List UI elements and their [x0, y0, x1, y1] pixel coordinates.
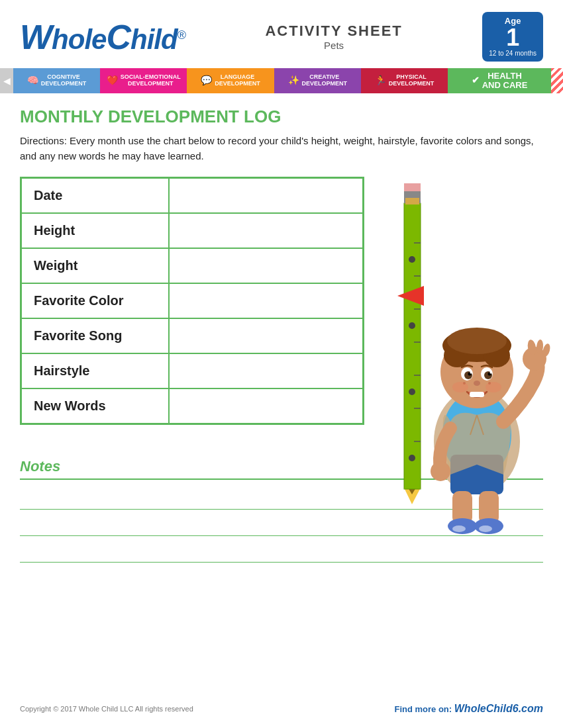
category-physical: 🏃 PHYSICALDEVELOPMENT [361, 68, 448, 93]
physical-icon: 🏃 [375, 75, 386, 85]
svg-point-40 [447, 328, 507, 354]
age-number: 1 [489, 26, 537, 50]
svg-point-48 [490, 372, 492, 374]
svg-point-54 [488, 382, 491, 385]
row-label-2: Weight [21, 248, 169, 283]
svg-rect-16 [404, 183, 421, 191]
svg-point-53 [463, 382, 466, 385]
svg-point-27 [479, 525, 492, 532]
row-value-5[interactable] [169, 353, 364, 388]
row-value-6[interactable] [169, 388, 364, 424]
pencil-ruler-icon [391, 163, 434, 508]
table-area: Date Height Weight Favorite Color Favori… [20, 177, 543, 425]
row-label-4: Favorite Song [21, 318, 169, 353]
age-badge: Age 1 12 to 24 months [482, 12, 543, 62]
svg-point-14 [409, 455, 415, 461]
subtitle-label: Pets [199, 40, 469, 51]
find-more-text: Find more on: WholeChild6.com [394, 703, 543, 715]
activity-sheet-label: ACTIVITY SHEET [199, 23, 469, 40]
header: WholeChild® ACTIVITY SHEET Pets Age 1 12… [0, 0, 563, 68]
directions-text: Directions: Every month use the chart be… [20, 134, 543, 163]
creative-icon: ✨ [288, 75, 299, 85]
health-stripe [551, 68, 563, 93]
table-row: New Words [21, 388, 364, 424]
age-range: 12 to 24 months [489, 50, 537, 58]
category-creative: ✨ CREATIVEDEVELOPMENT [274, 68, 361, 93]
footer: Copyright © 2017 Whole Child LLC All rig… [0, 703, 563, 715]
row-value-0[interactable] [169, 178, 364, 214]
svg-point-13 [409, 388, 415, 395]
cognitive-icon: 🧠 [27, 75, 38, 85]
category-cognitive: 🧠 COGNITIVEDEVELOPMENT [13, 68, 100, 93]
table-row: Height [21, 213, 364, 248]
svg-rect-17 [405, 198, 419, 205]
category-health: ✔ HEALTHAND CARE [448, 68, 551, 93]
table-row: Hairstyle [21, 353, 364, 388]
row-label-3: Favorite Color [21, 283, 169, 318]
website-logo: WholeChild6.com [454, 703, 543, 714]
row-value-1[interactable] [169, 213, 364, 248]
copyright-text: Copyright © 2017 Whole Child LLC All rig… [20, 705, 193, 713]
notes-line-3 [20, 536, 543, 563]
category-social: ❤️ SOCIAL-EMOTIONALDEVELOPMENT [100, 68, 187, 93]
svg-point-12 [409, 322, 415, 329]
row-label-5: Hairstyle [21, 353, 169, 388]
section-title: MONTHLY DEVELOPMENT LOG [20, 107, 543, 127]
svg-point-11 [409, 256, 415, 263]
table-row: Favorite Color [21, 283, 364, 318]
social-icon: ❤️ [107, 75, 118, 85]
category-language: 💬 LANGUAGEDEVELOPMENT [187, 68, 274, 93]
svg-point-51 [452, 382, 468, 392]
svg-rect-50 [470, 392, 484, 397]
health-icon: ✔ [472, 75, 480, 85]
main-content: MONTHLY DEVELOPMENT LOG Directions: Ever… [0, 93, 563, 451]
table-row: Favorite Song [21, 318, 364, 353]
arrow-left-icon: ◀ [0, 68, 13, 93]
svg-point-52 [486, 382, 501, 392]
development-table: Date Height Weight Favorite Color Favori… [20, 177, 364, 425]
language-icon: 💬 [201, 75, 212, 85]
header-center: ACTIVITY SHEET Pets [199, 23, 469, 51]
table-row: Weight [21, 248, 364, 283]
row-value-4[interactable] [169, 318, 364, 353]
row-label-1: Height [21, 213, 169, 248]
row-label-6: New Words [21, 388, 169, 424]
row-value-2[interactable] [169, 248, 364, 283]
logo: WholeChild® [20, 20, 185, 54]
category-bar: ◀ 🧠 COGNITIVEDEVELOPMENT ❤️ SOCIAL-EMOTI… [0, 68, 563, 93]
svg-rect-2 [404, 203, 421, 489]
svg-point-49 [474, 381, 480, 386]
svg-point-47 [470, 372, 472, 374]
svg-point-26 [452, 525, 466, 532]
table-row: Date [21, 178, 364, 214]
row-label-0: Date [21, 178, 169, 214]
row-value-3[interactable] [169, 283, 364, 318]
